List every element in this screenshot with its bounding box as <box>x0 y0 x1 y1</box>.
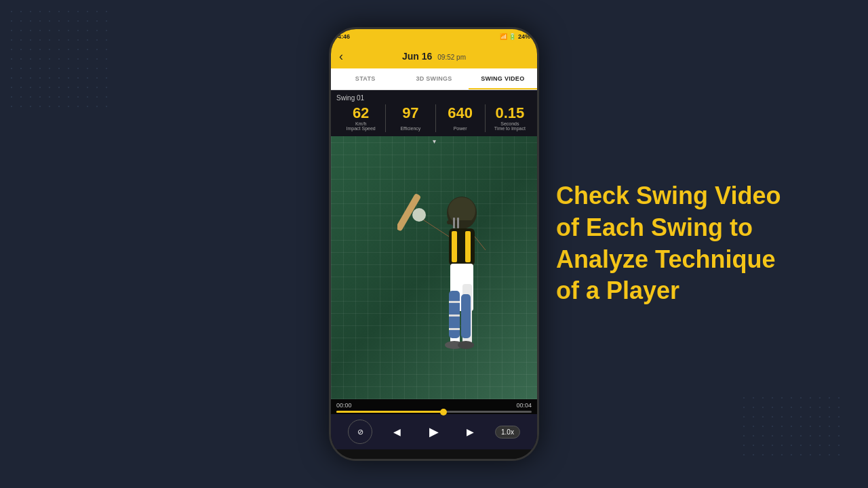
power-value: 640 <box>448 106 473 121</box>
time-to-impact-value: 0.15 <box>495 106 524 121</box>
status-icons: 📶 🔋 24% <box>500 33 530 40</box>
impact-speed-label: Impact Speed <box>347 126 376 131</box>
time-start: 00:00 <box>336 402 352 409</box>
efficiency-unit <box>410 121 411 126</box>
progress-track[interactable] <box>336 411 532 413</box>
mute-icon: ⊘ <box>357 428 363 436</box>
stat-time-to-impact: 0.15 Seconds Time to Impact <box>486 104 534 132</box>
svg-rect-2 <box>447 220 473 224</box>
stats-panel: Swing 01 62 Km/h Impact Speed 97 Efficie… <box>331 90 537 136</box>
svg-line-9 <box>475 237 486 250</box>
prev-icon: ◀ <box>393 426 401 437</box>
phone-mockup: 4:46 📶 🔋 24% ‹ Jun 16 09:52 pm STATS 3D … <box>329 27 539 461</box>
feature-description: Check Swing Video of Each Swing to Analy… <box>556 180 800 307</box>
svg-rect-3 <box>453 218 455 228</box>
time-labels: 00:00 00:04 <box>336 402 532 409</box>
efficiency-label: Efficiency <box>400 126 420 131</box>
svg-point-11 <box>412 208 426 222</box>
back-button[interactable]: ‹ <box>339 49 343 64</box>
video-time-bar: 00:00 00:04 <box>331 399 537 414</box>
stat-power: 640 Power <box>436 104 486 132</box>
play-icon: ▶ <box>429 424 439 439</box>
play-button[interactable]: ▶ <box>422 420 446 444</box>
video-player[interactable]: ▾ <box>331 136 537 399</box>
power-unit <box>460 121 461 126</box>
svg-rect-18 <box>449 314 460 317</box>
status-bar: 4:46 📶 🔋 24% <box>331 29 537 44</box>
next-button[interactable]: ▶ <box>458 420 483 444</box>
svg-point-21 <box>458 341 474 349</box>
swing-label: Swing 01 <box>336 94 534 102</box>
stats-row: 62 Km/h Impact Speed 97 Efficiency 640 P… <box>336 104 534 132</box>
stat-efficiency: 97 Efficiency <box>386 104 435 132</box>
tab-stats[interactable]: STATS <box>331 68 399 89</box>
mute-button[interactable]: ⊘ <box>348 420 372 444</box>
svg-rect-7 <box>465 231 471 262</box>
progress-thumb[interactable] <box>440 409 447 415</box>
dots-decoration-topleft <box>7 7 115 115</box>
efficiency-value: 97 <box>402 106 418 121</box>
header-title: Jun 16 09:52 pm <box>402 51 466 62</box>
speed-button[interactable]: 1.0x <box>495 426 520 439</box>
feature-text: Check Swing Video of Each Swing to Analy… <box>556 182 781 304</box>
next-icon: ▶ <box>467 426 474 437</box>
app-header: ‹ Jun 16 09:52 pm <box>331 44 537 68</box>
svg-rect-4 <box>457 218 459 228</box>
tab-bar: STATS 3D SWINGS SWING VIDEO <box>331 68 537 90</box>
impact-speed-value: 62 <box>353 106 369 121</box>
svg-rect-6 <box>452 231 457 262</box>
dots-decoration-bottomright <box>739 393 848 461</box>
playback-controls: ⊘ ◀ ▶ ▶ 1.0x <box>331 414 537 449</box>
time-to-impact-unit: Seconds <box>500 121 519 126</box>
prev-button[interactable]: ◀ <box>384 420 409 444</box>
impact-speed-unit: Km/h <box>355 121 366 126</box>
svg-rect-17 <box>449 301 460 303</box>
power-label: Power <box>454 126 467 131</box>
phone-shell: 4:46 📶 🔋 24% ‹ Jun 16 09:52 pm STATS 3D … <box>329 27 539 461</box>
svg-rect-19 <box>449 328 460 330</box>
chevron-down-icon: ▾ <box>433 138 436 145</box>
bottom-safe-area <box>331 449 537 459</box>
tab-swing-video[interactable]: SWING VIDEO <box>469 68 537 89</box>
player-figure <box>397 182 519 399</box>
stat-impact-speed: 62 Km/h Impact Speed <box>336 104 386 132</box>
time-end: 00:04 <box>516 402 532 409</box>
status-time: 4:46 <box>338 33 350 40</box>
progress-fill <box>336 411 443 413</box>
svg-rect-16 <box>461 294 471 338</box>
time-to-impact-label: Time to Impact <box>494 126 526 131</box>
speed-label: 1.0x <box>501 428 514 436</box>
tab-3d-swings[interactable]: 3D SWINGS <box>399 68 468 89</box>
